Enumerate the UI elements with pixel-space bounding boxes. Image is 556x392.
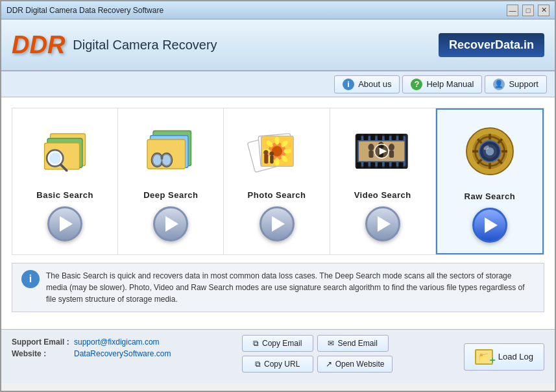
send-email-button[interactable]: ✉ Send Email (317, 335, 389, 352)
main-content: Basic Search (1, 97, 555, 329)
basic-search-item[interactable]: Basic Search (12, 108, 118, 254)
support-email-label: Support Email : (12, 337, 70, 347)
load-log-button[interactable]: 📁 + Load Log (464, 343, 544, 371)
svg-point-23 (274, 158, 279, 166)
app-title: Digital Camera Recovery (73, 38, 217, 53)
titlebar-title: DDR Digital Camera Data Recovery Softwar… (6, 6, 163, 15)
basic-search-label: Basic Search (36, 190, 93, 200)
svg-rect-34 (363, 134, 368, 140)
website-row: Website : DataRecoverySoftware.com (12, 349, 171, 358)
send-email-label: Send Email (337, 339, 377, 348)
url-btn-row: ⧉ Copy URL ↗ Open Website (242, 356, 393, 373)
video-search-icon-area (347, 119, 418, 184)
info-text: The Basic Search is quick and recovers d… (46, 270, 535, 305)
photo-search-label: Photo Search (248, 190, 306, 200)
raw-search-icon-area (454, 120, 526, 185)
info-icon: i (343, 79, 354, 90)
maximize-button[interactable]: □ (522, 5, 534, 16)
svg-rect-53 (389, 151, 394, 158)
header: DDR Digital Camera Recovery RecoverData.… (1, 19, 555, 71)
svg-point-52 (389, 143, 394, 151)
svg-point-28 (263, 150, 268, 154)
svg-point-18 (271, 146, 282, 156)
svg-rect-27 (264, 154, 268, 164)
website-link[interactable]: DataRecoverySoftware.com (74, 349, 171, 358)
support-label: Support (509, 79, 538, 89)
deep-search-item[interactable]: Deep Search (118, 108, 224, 254)
basic-search-icon (32, 122, 97, 180)
svg-rect-43 (378, 162, 382, 168)
svg-point-19 (274, 137, 279, 145)
svg-rect-35 (370, 134, 375, 140)
minimize-button[interactable]: — (507, 5, 518, 16)
svg-rect-46 (398, 162, 403, 168)
support-button[interactable]: 👤 Support (485, 75, 547, 93)
raw-search-icon (457, 123, 522, 182)
svg-rect-41 (363, 162, 368, 168)
svg-rect-42 (370, 162, 375, 168)
support-email-link[interactable]: support@fixdigicam.com (74, 337, 160, 347)
footer-buttons: ⧉ Copy Email ✉ Send Email ⧉ Copy URL ↗ O… (242, 335, 393, 373)
send-icon: ✉ (328, 339, 334, 348)
email-btn-row: ⧉ Copy Email ✉ Send Email (242, 335, 393, 352)
footer-contact-info: Support Email : support@fixdigicam.com W… (12, 335, 171, 358)
video-search-item[interactable]: Video Search (330, 108, 436, 254)
deep-search-label: Deep Search (143, 190, 198, 200)
raw-search-play-button[interactable] (472, 208, 507, 243)
copy-url-label: Copy URL (264, 360, 300, 369)
svg-rect-13 (161, 156, 163, 159)
nav-bar: i About us ? Help Manual 👤 Support (1, 71, 555, 97)
ddr-logo: DDR (12, 31, 65, 59)
svg-rect-40 (356, 162, 361, 168)
copy-email-button[interactable]: ⧉ Copy Email (242, 335, 313, 352)
svg-point-12 (163, 154, 171, 165)
photo-search-icon-area (241, 119, 313, 184)
search-grid: Basic Search (12, 108, 544, 255)
about-us-label: About us (358, 79, 391, 89)
copy-email-label: Copy Email (262, 339, 302, 348)
open-website-label: Open Website (335, 360, 385, 369)
video-search-label: Video Search (354, 190, 411, 200)
video-search-play-button[interactable] (365, 206, 400, 241)
question-icon: ? (411, 79, 422, 90)
svg-rect-44 (384, 162, 389, 168)
footer: Support Email : support@fixdigicam.com W… (1, 329, 555, 384)
load-log-icon: 📁 + (475, 349, 493, 365)
svg-rect-38 (391, 134, 396, 140)
titlebar-controls: — □ ✕ (507, 5, 550, 16)
help-manual-button[interactable]: ? Help Manual (402, 75, 482, 93)
photo-search-icon (245, 122, 309, 180)
raw-search-item[interactable]: Raw Search (436, 108, 544, 254)
open-website-button[interactable]: ↗ Open Website (317, 356, 393, 373)
play-triangle-icon (378, 216, 391, 232)
svg-rect-29 (270, 155, 273, 164)
svg-point-48 (368, 143, 374, 151)
deep-search-icon-area (135, 119, 206, 184)
website-label: Website : (12, 349, 70, 358)
support-email-row: Support Email : support@fixdigicam.com (12, 337, 171, 347)
svg-rect-49 (369, 151, 373, 158)
play-triangle-icon (272, 216, 285, 232)
deep-search-icon (138, 122, 203, 180)
help-manual-label: Help Manual (426, 79, 474, 89)
about-us-button[interactable]: i About us (334, 75, 400, 93)
svg-point-30 (269, 151, 273, 155)
svg-rect-33 (356, 134, 361, 140)
photo-search-play-button[interactable] (260, 206, 295, 241)
deep-search-play-button[interactable] (153, 206, 188, 241)
raw-search-label: Raw Search (465, 191, 516, 201)
play-triangle-icon (485, 217, 498, 233)
close-button[interactable]: ✕ (538, 5, 550, 16)
basic-search-icon-area (29, 119, 101, 184)
logo-area: DDR Digital Camera Recovery (12, 31, 439, 59)
brand-badge: RecoverData.in (439, 33, 544, 57)
open-web-icon: ↗ (326, 360, 332, 369)
person-icon: 👤 (493, 79, 505, 90)
svg-rect-37 (384, 134, 389, 140)
copy-url-button[interactable]: ⧉ Copy URL (242, 356, 313, 373)
basic-search-play-button[interactable] (47, 206, 82, 241)
plus-icon: + (489, 354, 495, 366)
info-bar: i The Basic Search is quick and recovers… (12, 263, 544, 312)
photo-search-item[interactable]: Photo Search (224, 108, 330, 254)
titlebar: DDR Digital Camera Data Recovery Softwar… (1, 1, 555, 19)
